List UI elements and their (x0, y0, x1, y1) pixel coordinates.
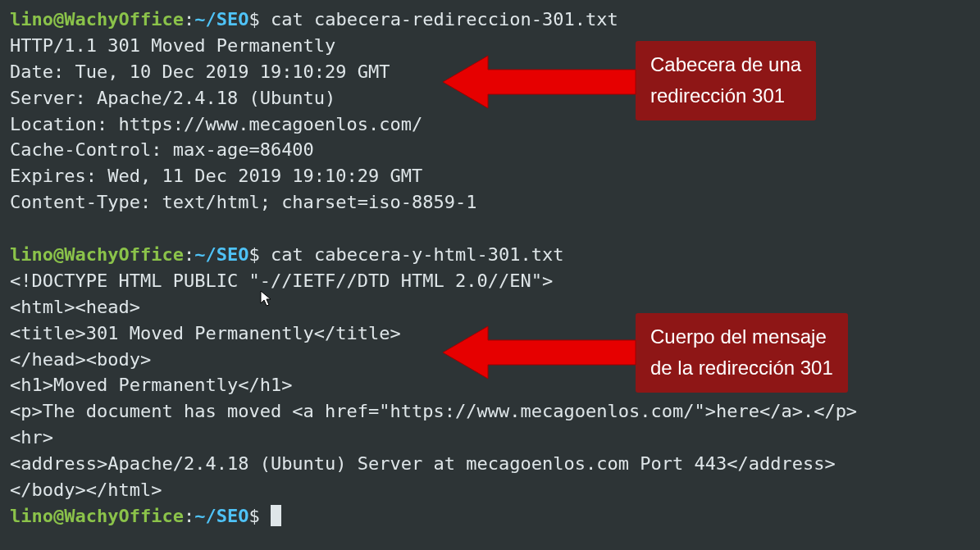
prompt-at: @ (53, 9, 64, 30)
output-line: </body></html> (10, 477, 970, 503)
callout-header: Cabecera de una redirección 301 (636, 41, 816, 120)
output-line: Location: https://www.mecagoenlos.com/ (10, 111, 970, 138)
output-line: Cache-Control: max-age=86400 (10, 137, 970, 163)
prompt-user: lino (10, 9, 53, 30)
prompt-tilde: ~ (194, 9, 205, 30)
output-line: <p>The document has moved <a href="https… (10, 398, 970, 425)
prompt-path: SEO (217, 9, 249, 30)
cursor-space (260, 506, 271, 526)
prompt-at: @ (53, 506, 64, 526)
terminal-cursor (271, 505, 281, 526)
prompt-host: WachyOffice (64, 244, 184, 265)
prompt-user: lino (10, 506, 53, 526)
callout-line: Cuerpo del mensaje (650, 321, 833, 352)
callout-line: de la redirección 301 (650, 352, 833, 384)
output-line: <!DOCTYPE HTML PUBLIC "-//IETF//DTD HTML… (10, 268, 970, 294)
output-line: Content-Type: text/html; charset=iso-885… (10, 189, 970, 216)
command-2: cat cabecera-y-html-301.txt (260, 244, 564, 265)
prompt-colon: : (184, 9, 194, 30)
callout-line: redirección 301 (650, 80, 801, 111)
prompt-user: lino (10, 244, 53, 265)
callout-line: Cabecera de una (650, 49, 801, 80)
prompt-symbol: $ (248, 244, 259, 265)
prompt-colon: : (184, 506, 194, 526)
blank-line (10, 216, 970, 242)
prompt-slash: / (205, 244, 216, 265)
prompt-line-2[interactable]: lino@WachyOffice:~/SEO$ cat cabecera-y-h… (10, 242, 970, 268)
prompt-line-3[interactable]: lino@WachyOffice:~/SEO$ (10, 503, 970, 530)
prompt-slash: / (205, 9, 216, 30)
svg-marker-1 (443, 326, 636, 379)
arrow-icon (443, 320, 640, 385)
prompt-symbol: $ (248, 506, 259, 526)
callout-body: Cuerpo del mensaje de la redirección 301 (636, 313, 848, 393)
prompt-slash: / (205, 506, 216, 526)
prompt-host: WachyOffice (64, 506, 184, 526)
prompt-at: @ (53, 244, 64, 265)
output-line: Expires: Wed, 11 Dec 2019 19:10:29 GMT (10, 163, 970, 189)
prompt-tilde: ~ (194, 506, 205, 526)
prompt-path: SEO (217, 506, 249, 526)
command-1: cat cabecera-redireccion-301.txt (260, 9, 618, 30)
svg-marker-0 (443, 56, 636, 108)
output-line: <address>Apache/2.4.18 (Ubuntu) Server a… (10, 451, 970, 477)
prompt-tilde: ~ (194, 244, 205, 265)
prompt-colon: : (184, 244, 194, 265)
mouse-cursor-icon (260, 290, 273, 308)
prompt-host: WachyOffice (64, 9, 184, 30)
prompt-line-1[interactable]: lino@WachyOffice:~/SEO$ cat cabecera-red… (10, 7, 970, 33)
arrow-icon (443, 49, 640, 115)
output-line: <hr> (10, 425, 970, 451)
prompt-path: SEO (217, 244, 249, 265)
prompt-symbol: $ (248, 9, 259, 30)
